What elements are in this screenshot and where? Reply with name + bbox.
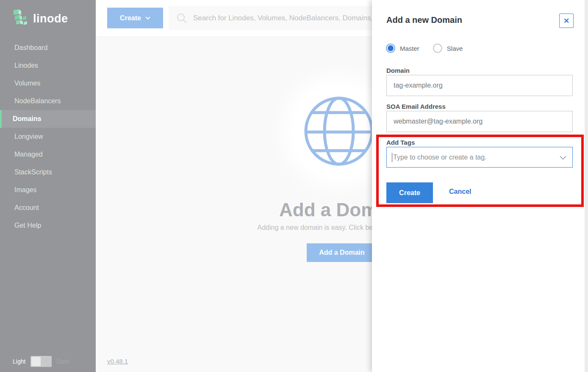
domain-type-radio-group: Master Slave xyxy=(386,44,463,53)
app-window: linode Dashboard Linodes Volumes NodeBal… xyxy=(0,0,588,372)
domain-field-label: Domain xyxy=(386,67,410,74)
domain-input[interactable] xyxy=(386,75,573,96)
text-caret xyxy=(392,153,392,162)
close-button[interactable]: ✕ xyxy=(559,14,574,28)
close-icon: ✕ xyxy=(563,17,569,25)
tags-input[interactable]: Type to choose or create a tag. xyxy=(386,147,573,168)
add-domain-drawer: Add a new Domain ✕ Master Slave Domain S… xyxy=(372,0,588,372)
soa-email-field-label: SOA Email Address xyxy=(386,103,446,110)
page-scrollbar[interactable] xyxy=(585,0,588,372)
drawer-title: Add a new Domain xyxy=(386,15,462,25)
drawer-cancel-button[interactable]: Cancel xyxy=(449,188,471,196)
add-tags-field-label: Add Tags xyxy=(386,139,415,146)
radio-slave-circle xyxy=(433,44,442,53)
radio-master[interactable]: Master xyxy=(386,44,419,53)
radio-slave-label: Slave xyxy=(447,45,463,52)
soa-email-input[interactable] xyxy=(386,111,573,132)
radio-master-circle xyxy=(386,44,395,53)
tags-placeholder: Type to choose or create a tag. xyxy=(393,154,487,161)
drawer-create-button[interactable]: Create xyxy=(386,182,433,203)
chevron-down-icon xyxy=(560,156,566,160)
radio-master-label: Master xyxy=(400,45,419,52)
radio-slave[interactable]: Slave xyxy=(433,44,463,53)
